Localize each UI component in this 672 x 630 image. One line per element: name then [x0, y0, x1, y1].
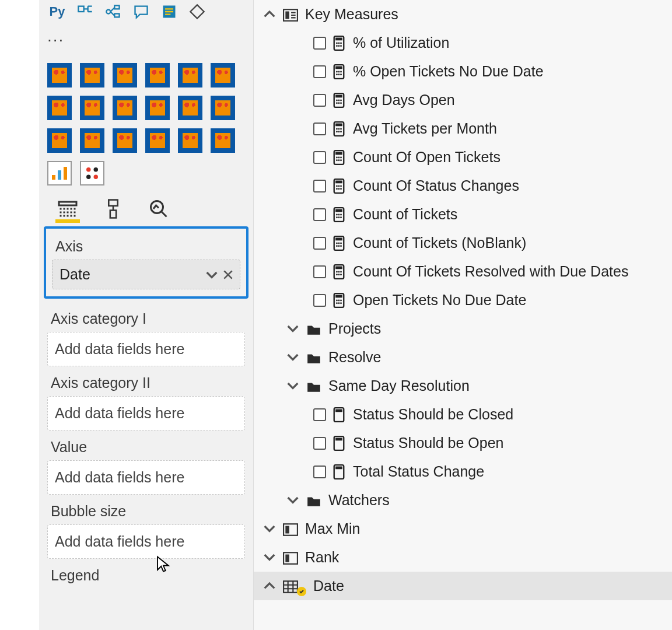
- custom-visual-icon[interactable]: [145, 128, 170, 153]
- viz-decomposition-icon[interactable]: [103, 3, 123, 20]
- tree-field[interactable]: Count Of Open Tickets: [254, 143, 672, 172]
- checkbox[interactable]: [313, 265, 326, 278]
- custom-visual-icon[interactable]: [113, 128, 137, 153]
- svg-rect-97: [335, 438, 342, 440]
- tab-fields[interactable]: [55, 198, 80, 223]
- tree-folder-watchers[interactable]: Watchers: [254, 486, 672, 514]
- custom-visual-icon[interactable]: [145, 63, 170, 88]
- well-axis-highlight: Axis Date: [44, 226, 249, 299]
- tree-field[interactable]: Status Should be Open: [254, 429, 672, 457]
- measure-icon: [333, 178, 346, 194]
- measure-icon: [333, 236, 346, 251]
- checkbox[interactable]: [313, 180, 326, 192]
- well-value-drop[interactable]: Add data fields here: [47, 460, 245, 495]
- svg-rect-63: [335, 209, 342, 212]
- tree-folder[interactable]: Projects: [254, 314, 672, 343]
- viz-keyinfluencers-icon[interactable]: [75, 3, 95, 20]
- custom-visual-icon[interactable]: [47, 128, 72, 153]
- svg-point-75: [336, 245, 338, 247]
- field-label: Count of Tickets: [353, 206, 457, 223]
- tree-folder[interactable]: Same Day Resolution: [254, 372, 672, 400]
- svg-point-16: [336, 42, 338, 44]
- checkbox[interactable]: [313, 151, 326, 164]
- svg-point-91: [336, 302, 338, 304]
- chevron-down-icon: [263, 552, 276, 564]
- custom-visual-icon[interactable]: [113, 96, 137, 120]
- custom-visual-icon[interactable]: [47, 63, 72, 88]
- viz-python-icon[interactable]: Py: [47, 3, 67, 20]
- svg-rect-2: [114, 6, 119, 9]
- tree-field[interactable]: Count of Tickets: [254, 200, 672, 229]
- svg-point-73: [338, 242, 340, 244]
- svg-point-58: [340, 185, 342, 187]
- chevron-down-icon: [286, 495, 299, 506]
- svg-point-44: [338, 131, 340, 132]
- custom-visual-icon[interactable]: [80, 96, 104, 120]
- viz-smartnarrative-icon[interactable]: [159, 3, 179, 20]
- tree-field[interactable]: Avg Days Open: [254, 86, 672, 114]
- tree-field[interactable]: Count Of Status Changes: [254, 172, 672, 200]
- checkbox[interactable]: [313, 294, 326, 307]
- viz-qna-icon[interactable]: [131, 3, 151, 20]
- table-label: Rank: [305, 549, 339, 566]
- folder-label: Resolve: [328, 349, 381, 366]
- checkbox[interactable]: [313, 208, 326, 221]
- custom-visual-icon[interactable]: [47, 161, 72, 186]
- custom-visual-icon[interactable]: [211, 128, 235, 153]
- tree-field[interactable]: Open Tickets No Due Date: [254, 286, 672, 314]
- custom-visual-icon[interactable]: [80, 128, 104, 153]
- custom-visual-icon[interactable]: [178, 128, 202, 153]
- remove-icon[interactable]: [223, 266, 233, 283]
- svg-point-88: [336, 299, 338, 301]
- folder-icon: [306, 494, 321, 507]
- well-bubble-drop[interactable]: Add data fields here: [47, 524, 245, 559]
- custom-visual-icon[interactable]: [80, 161, 104, 186]
- custom-visual-icon[interactable]: [178, 63, 202, 88]
- svg-point-41: [338, 128, 340, 130]
- tab-analytics[interactable]: [146, 198, 171, 223]
- checkbox[interactable]: [313, 237, 326, 250]
- viz-getmore-icon[interactable]: [187, 3, 207, 20]
- tree-table[interactable]: Rank: [254, 543, 672, 572]
- tree-field[interactable]: Total Status Change: [254, 457, 672, 486]
- tree-field[interactable]: % Open Tickets No Due Date: [254, 57, 672, 86]
- custom-visual-icon[interactable]: [113, 63, 137, 88]
- tree-table-date[interactable]: Date: [254, 572, 672, 600]
- custom-visual-icon[interactable]: [211, 63, 235, 88]
- checkbox[interactable]: [313, 466, 326, 478]
- well-axiscat1-drop[interactable]: Add data fields here: [47, 332, 245, 366]
- svg-point-25: [338, 71, 340, 72]
- tree-field[interactable]: Count of Tickets (NoBlank): [254, 229, 672, 257]
- tree-field[interactable]: Count Of Tickets Resolved with Due Dates: [254, 257, 672, 286]
- checkbox[interactable]: [313, 65, 326, 78]
- checkbox[interactable]: [313, 437, 326, 450]
- tree-field[interactable]: Status Should be Closed: [254, 400, 672, 429]
- chevron-down-icon[interactable]: [206, 266, 218, 283]
- tree-table[interactable]: Max Min: [254, 514, 672, 543]
- viz-more-icon[interactable]: ···: [39, 27, 253, 52]
- tree-field[interactable]: % of Utilization: [254, 29, 672, 57]
- checkbox[interactable]: [313, 408, 326, 421]
- checkbox[interactable]: [313, 123, 326, 135]
- custom-visual-icon[interactable]: [178, 96, 202, 120]
- svg-point-35: [336, 102, 338, 104]
- tree-field[interactable]: Avg Tickets per Month: [254, 114, 672, 143]
- field-wells: Axis Date Axis category I Add data field…: [39, 223, 253, 594]
- custom-visual-icon[interactable]: [145, 96, 170, 120]
- tab-format[interactable]: [101, 198, 125, 223]
- tree-table-keymeasures[interactable]: Key Measures: [254, 0, 672, 29]
- well-axis-field[interactable]: Date: [52, 260, 240, 289]
- svg-point-83: [336, 274, 338, 275]
- custom-visual-icon[interactable]: [47, 96, 72, 120]
- custom-visual-icon[interactable]: [211, 96, 235, 120]
- field-label: Count Of Open Tickets: [353, 149, 501, 166]
- custom-visual-icon[interactable]: [80, 63, 104, 88]
- svg-point-28: [338, 74, 340, 75]
- checkbox[interactable]: [313, 37, 326, 50]
- checkbox[interactable]: [313, 94, 326, 107]
- well-axiscat2-drop[interactable]: Add data fields here: [47, 396, 245, 430]
- viz-tabs: [39, 191, 253, 223]
- svg-point-67: [336, 216, 338, 218]
- well-legend-label: Legend: [47, 561, 245, 589]
- tree-folder[interactable]: Resolve: [254, 343, 672, 372]
